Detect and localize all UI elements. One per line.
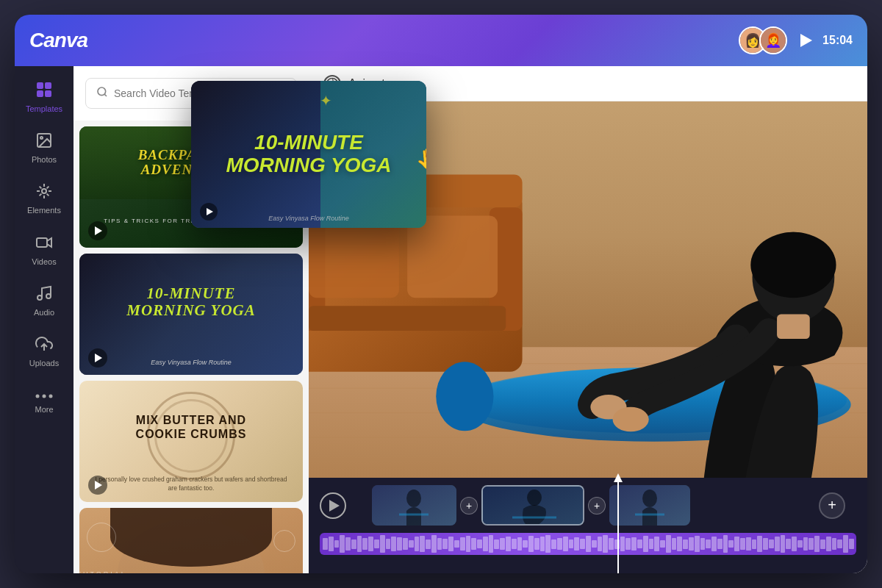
svg-point-13 <box>49 395 53 398</box>
svg-point-12 <box>43 395 46 398</box>
makeup-label: MAKEUP TUTORIAL <box>79 570 191 573</box>
add-clip-button[interactable]: + <box>819 492 845 519</box>
sidebar-label-uploads: Uploads <box>29 359 59 368</box>
sidebar-label-photos: Photos <box>32 155 57 165</box>
elements-icon <box>35 182 53 203</box>
sidebar-item-videos[interactable]: Videos <box>18 226 71 274</box>
template-card-makeup[interactable]: MAKEUP TUTORIAL <box>79 508 303 573</box>
svg-rect-37 <box>777 315 810 340</box>
svg-rect-3 <box>45 90 51 97</box>
play-triangle-icon <box>800 34 812 47</box>
svg-rect-0 <box>37 82 43 89</box>
svg-rect-2 <box>37 90 43 97</box>
play-triangle-backpacking <box>95 226 102 235</box>
yoga-subtitle: Easy Vinyasa Flow Routine <box>79 359 303 366</box>
sidebar-item-elements[interactable]: Elements <box>18 175 71 223</box>
svg-rect-29 <box>407 215 498 298</box>
sidebar-label-elements: Elements <box>27 206 61 215</box>
audio-icon <box>35 284 53 305</box>
timeline-clip-3[interactable] <box>609 485 690 526</box>
sidebar-label-videos: Videos <box>32 257 56 267</box>
sidebar-item-audio[interactable]: Audio <box>18 277 71 325</box>
sidebar-item-templates[interactable]: Templates <box>18 74 71 121</box>
sidebar-label-more: More <box>35 405 53 415</box>
photos-icon <box>35 132 53 152</box>
timeline-clip-1[interactable] <box>372 485 456 526</box>
main-content: Templates Photos <box>15 66 867 573</box>
uploads-icon <box>35 335 53 356</box>
timeline-clip-2[interactable] <box>481 485 584 526</box>
timeline-strip: + <box>361 485 856 526</box>
play-triangle-cookie <box>95 481 102 490</box>
play-overlay-yoga[interactable] <box>88 348 107 368</box>
play-overlay-cookie[interactable] <box>88 476 107 495</box>
svg-rect-27 <box>309 306 506 331</box>
clip-connector-1: + <box>460 497 478 514</box>
svg-point-5 <box>40 137 43 139</box>
play-overlay-backpacking[interactable] <box>88 221 107 240</box>
top-bar: Canva 👩 👩‍🦰 15:04 <box>15 15 867 66</box>
svg-point-6 <box>42 189 46 193</box>
timeline-play-button[interactable] <box>320 492 346 519</box>
device-frame: Canva 👩 👩‍🦰 15:04 <box>15 15 867 573</box>
avatar-face-2: 👩‍🦰 <box>761 28 786 53</box>
audio-waveform <box>320 533 856 555</box>
playhead <box>617 478 619 573</box>
svg-rect-28 <box>309 215 399 298</box>
svg-point-14 <box>98 87 106 96</box>
timeline-area: + <box>309 478 867 573</box>
sidebar-item-uploads[interactable]: Uploads <box>18 328 71 376</box>
top-bar-right: 👩 👩‍🦰 15:04 <box>739 26 853 54</box>
svg-point-34 <box>613 407 649 432</box>
cookie-title: MIX BUTTER ANDCOOKIE CRUMBS <box>101 413 280 441</box>
template-card-yoga[interactable]: 10-MINUTEMORNING YOGA Easy Vinyasa Flow … <box>79 254 303 375</box>
videos-icon <box>35 234 53 254</box>
templates-icon <box>35 81 53 101</box>
avatar-2[interactable]: 👩‍🦰 <box>759 26 787 54</box>
svg-point-9 <box>46 294 51 298</box>
svg-point-45 <box>642 490 657 507</box>
svg-point-42 <box>527 490 542 506</box>
play-triangle-yoga <box>95 354 102 362</box>
svg-point-39 <box>406 490 421 507</box>
sidebar-label-audio: Audio <box>34 308 54 318</box>
svg-point-11 <box>36 395 40 398</box>
clip-connector-2: + <box>588 497 606 514</box>
sidebar-item-more[interactable]: More <box>18 379 71 422</box>
svg-point-8 <box>37 295 42 300</box>
sidebar: Templates Photos <box>15 66 74 573</box>
template-card-cookie[interactable]: MIX BUTTER ANDCOOKIE CRUMBS I personally… <box>79 381 303 502</box>
svg-line-15 <box>104 94 107 96</box>
play-button-top[interactable] <box>796 30 817 51</box>
more-icon <box>35 386 53 402</box>
waveform-bars <box>320 533 856 555</box>
yoga-popup-title: 10-MINUTEMORNING YOGA <box>211 117 406 192</box>
svg-point-36 <box>750 232 836 298</box>
canva-logo: Canva <box>29 29 87 52</box>
timer-display: 15:04 <box>822 34 853 47</box>
svg-point-32 <box>436 362 493 431</box>
svg-rect-7 <box>37 238 47 247</box>
play-timer[interactable]: 15:04 <box>796 30 853 51</box>
svg-rect-1 <box>45 82 51 89</box>
yoga-popup-subtitle: Easy Vinyasa Flow Routine <box>191 215 426 222</box>
play-overlay-popup[interactable] <box>200 203 218 220</box>
sidebar-label-templates: Templates <box>26 104 62 114</box>
timeline-controls: + <box>309 478 867 533</box>
sidebar-item-photos[interactable]: Photos <box>18 124 71 172</box>
avatar-group: 👩 👩‍🦰 <box>739 26 787 54</box>
yoga-title: 10-MINUTEMORNING YOGA <box>90 285 292 319</box>
cookie-subtitle: I personally love crushed graham cracker… <box>90 476 292 493</box>
yoga-popup-inner: ✦ 10-MINUTEMORNING YOGA Easy Vinyasa Flo… <box>191 81 426 228</box>
timeline-play-icon <box>329 500 340 512</box>
search-icon <box>96 86 108 101</box>
yoga-popup-card[interactable]: ✦ 10-MINUTEMORNING YOGA Easy Vinyasa Flo… <box>191 81 426 228</box>
